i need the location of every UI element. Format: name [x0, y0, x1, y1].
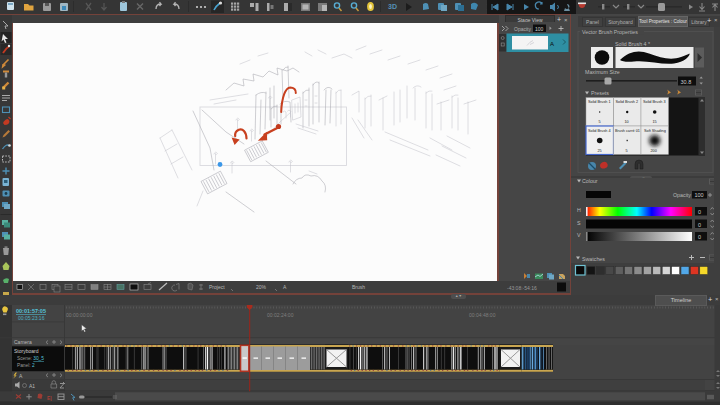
svg-text:00:02:24:00: 00:02:24:00 — [267, 312, 294, 318]
svg-text:Solid Brush 3: Solid Brush 3 — [643, 100, 666, 104]
svg-text:00:04:48:00: 00:04:48:00 — [469, 312, 496, 318]
svg-text:V: V — [577, 232, 581, 238]
svg-text:H: H — [577, 207, 581, 213]
svg-text:A: A — [283, 284, 287, 290]
svg-text:S: S — [577, 220, 581, 226]
svg-text:Presets: Presets — [591, 90, 609, 96]
svg-text:Solid Brush 4 *: Solid Brush 4 * — [615, 41, 650, 47]
svg-text:0: 0 — [698, 209, 701, 215]
svg-text:Camera: Camera — [14, 339, 32, 345]
svg-text:Panel: 2: Panel: 2 — [17, 363, 35, 368]
svg-text:Solid Brush 2: Solid Brush 2 — [616, 100, 639, 104]
svg-text:100: 100 — [695, 192, 704, 198]
svg-text:A: A — [550, 41, 554, 47]
svg-text:Brush: Brush — [352, 284, 365, 290]
svg-text:E|: E| — [47, 395, 52, 401]
svg-text:Colour: Colour — [582, 178, 598, 184]
svg-text:20%: 20% — [256, 284, 267, 290]
svg-text:Scene: 30_5: Scene: 30_5 — [17, 356, 44, 361]
svg-text:Brush carré 01: Brush carré 01 — [615, 129, 640, 133]
svg-text:00:05:23:16: 00:05:23:16 — [18, 315, 45, 321]
svg-text:Maximum Size: Maximum Size — [585, 69, 620, 75]
svg-text:Opacity: Opacity — [673, 192, 691, 198]
svg-text:100: 100 — [535, 26, 544, 32]
svg-text:0: 0 — [698, 234, 701, 240]
svg-text:Project: Project — [209, 284, 225, 290]
svg-text:Solid Brush 4: Solid Brush 4 — [588, 129, 611, 133]
svg-text:00:01:57:05: 00:01:57:05 — [16, 308, 46, 314]
svg-text:15: 15 — [653, 120, 657, 124]
svg-text:Solid Brush 1: Solid Brush 1 — [588, 100, 611, 104]
svg-text:5: 5 — [626, 149, 628, 153]
svg-text:Swatches: Swatches — [582, 256, 605, 262]
svg-text:25: 25 — [598, 149, 602, 153]
svg-text:200: 200 — [651, 149, 657, 153]
svg-text:00:00:00:00: 00:00:00:00 — [66, 312, 93, 318]
svg-text:0: 0 — [698, 222, 701, 228]
svg-text:Storyboard: Storyboard — [14, 348, 39, 354]
svg-text:3D: 3D — [388, 3, 397, 10]
svg-text:Soft Shading: Soft Shading — [644, 129, 666, 133]
svg-text:Opacity: Opacity — [514, 26, 531, 32]
svg-text:30.8: 30.8 — [681, 79, 692, 85]
svg-text:A1: A1 — [29, 383, 35, 389]
svg-text:-43:08:-54:16: -43:08:-54:16 — [507, 285, 537, 291]
svg-text:5: 5 — [599, 120, 601, 124]
svg-text:Vector Brush Properties: Vector Brush Properties — [582, 29, 638, 35]
svg-text:10: 10 — [625, 120, 629, 124]
